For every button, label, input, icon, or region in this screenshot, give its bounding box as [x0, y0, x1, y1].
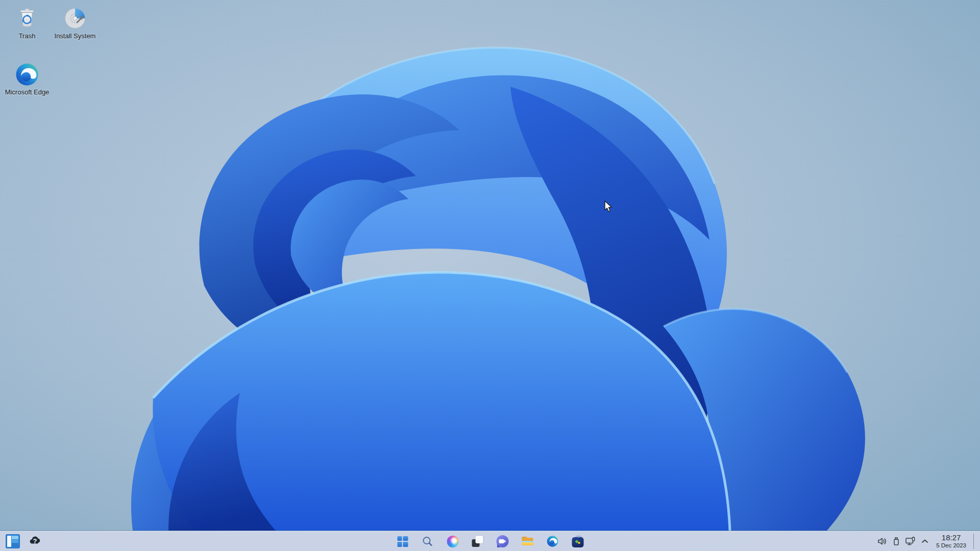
edge-icon	[15, 62, 39, 87]
clock[interactable]: 18:27 5 Dec 2023	[932, 533, 970, 550]
folder-icon	[522, 535, 534, 547]
desktop-icon-label: Install System	[55, 33, 96, 40]
volume-icon	[877, 537, 887, 546]
split-view-panel-button[interactable]	[5, 534, 20, 549]
usb-device-icon	[892, 536, 901, 546]
expand-tray-button[interactable]	[918, 534, 932, 549]
installer-disc-icon	[63, 6, 87, 31]
edge-browser-icon	[547, 535, 559, 547]
display-device-button[interactable]	[903, 534, 918, 549]
split-view-panel-icon	[6, 534, 20, 548]
search-button[interactable]	[420, 534, 435, 549]
microsoft-store-button[interactable]	[570, 534, 585, 549]
file-explorer-button[interactable]	[520, 534, 535, 549]
desktop-icon-trash[interactable]: Trash	[4, 4, 50, 42]
clock-time: 18:27	[942, 534, 961, 542]
taskbar-left-group: ?	[5, 532, 43, 551]
wallpaper-bloom	[0, 0, 980, 551]
recycle-bin-icon	[15, 6, 39, 31]
taskbar-center-group	[395, 532, 585, 551]
taskbar: ?	[0, 531, 980, 551]
edge-browser-button[interactable]	[545, 534, 560, 549]
show-desktop-button[interactable]	[974, 532, 980, 551]
weather-cloud-icon: ?	[29, 535, 42, 547]
volume-button[interactable]	[875, 534, 889, 549]
desktop-icon-label: Microsoft Edge	[5, 89, 50, 96]
start-button[interactable]	[395, 534, 410, 549]
copilot-button[interactable]	[445, 534, 460, 549]
windows-logo-icon	[397, 536, 408, 547]
copilot-icon	[447, 536, 458, 547]
microsoft-store-icon	[572, 536, 583, 547]
search-icon	[422, 535, 434, 547]
display-device-icon	[905, 536, 916, 546]
desktop-icon-label: Trash	[19, 33, 36, 40]
chat-video-icon	[497, 535, 509, 547]
desktop-icon-install-system[interactable]: Install System	[52, 4, 98, 42]
desktop-icon-microsoft-edge[interactable]: Microsoft Edge	[4, 60, 50, 98]
task-view-icon	[472, 536, 483, 547]
chevron-up-icon	[920, 537, 929, 546]
taskbar-tray-group: 18:27 5 Dec 2023	[875, 532, 980, 551]
weather-widget-button[interactable]: ?	[28, 534, 43, 549]
chat-button[interactable]	[495, 534, 510, 549]
usb-device-button[interactable]	[889, 534, 903, 549]
desktop: Trash Install System	[0, 0, 980, 551]
clock-date: 5 Dec 2023	[936, 542, 966, 549]
svg-text:?: ?	[33, 537, 37, 545]
task-view-button[interactable]	[470, 534, 485, 549]
